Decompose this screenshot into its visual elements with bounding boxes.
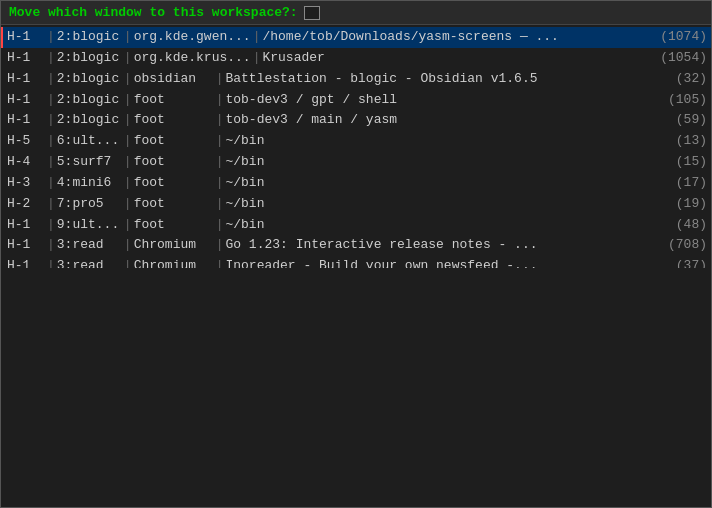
col-class: Chromium	[134, 236, 214, 255]
col-class: foot	[134, 174, 214, 193]
col-class: foot	[134, 153, 214, 172]
window-row[interactable]: H-4 | 5:surf7 | foot | ~/bin(15)	[1, 152, 711, 173]
col-id: (19)	[657, 195, 707, 214]
col-title: ~/bin	[225, 132, 657, 151]
col-workspace: H-4	[7, 153, 45, 172]
col-workspace: H-1	[7, 49, 45, 68]
col-id: (37)	[657, 257, 707, 268]
col-id: (1074)	[657, 28, 707, 47]
col-id: (105)	[657, 91, 707, 110]
col-title: Inoreader - Build your own newsfeed -...	[225, 257, 657, 268]
window-row[interactable]: H-1 | 2:blogic | foot | tob-dev3 / main …	[1, 110, 711, 131]
col-class: org.kde.gwen...	[134, 28, 251, 47]
window-row[interactable]: H-1 | 3:read | Chromium | Inoreader - Bu…	[1, 256, 711, 268]
window-row[interactable]: H-1 | 3:read | Chromium | Go 1.23: Inter…	[1, 235, 711, 256]
col-id: (13)	[657, 132, 707, 151]
col-class: foot	[134, 111, 214, 130]
title-input-box[interactable]	[304, 6, 320, 20]
col-tag: 2:blogic	[57, 70, 122, 89]
col-id: (15)	[657, 153, 707, 172]
col-tag: 2:blogic	[57, 111, 122, 130]
col-workspace: H-1	[7, 28, 45, 47]
window-row[interactable]: H-2 | 7:pro5 | foot | ~/bin(19)	[1, 194, 711, 215]
col-tag: 2:blogic	[57, 49, 122, 68]
col-id: (17)	[657, 174, 707, 193]
title-label: Move which window to this workspace?:	[9, 5, 298, 20]
col-tag: 9:ult...	[57, 216, 122, 235]
window-row[interactable]: H-1 | 2:blogic | obsidian | Battlestatio…	[1, 69, 711, 90]
window-row[interactable]: H-1 | 2:blogic | org.kde.krus... | Krusa…	[1, 48, 711, 69]
col-tag: 2:blogic	[57, 28, 122, 47]
col-id: (48)	[657, 216, 707, 235]
col-title: ~/bin	[225, 153, 657, 172]
col-class: foot	[134, 91, 214, 110]
col-class: org.kde.krus...	[134, 49, 251, 68]
col-title: tob-dev3 / main / yasm	[225, 111, 657, 130]
col-class: obsidian	[134, 70, 214, 89]
col-tag: 2:blogic	[57, 91, 122, 110]
col-workspace: H-1	[7, 236, 45, 255]
window-row[interactable]: H-1 | 2:blogic | foot | tob-dev3 / gpt /…	[1, 90, 711, 111]
col-id: (59)	[657, 111, 707, 130]
col-class: foot	[134, 132, 214, 151]
col-id: (708)	[657, 236, 707, 255]
col-workspace: H-1	[7, 216, 45, 235]
col-title: tob-dev3 / gpt / shell	[225, 91, 657, 110]
col-tag: 3:read	[57, 236, 122, 255]
col-workspace: H-1	[7, 70, 45, 89]
col-workspace: H-3	[7, 174, 45, 193]
window-list: H-1 | 2:blogic | org.kde.gwen... | /home…	[1, 25, 711, 268]
window-switcher: Move which window to this workspace?: H-…	[0, 0, 712, 508]
col-id: (1054)	[657, 49, 707, 68]
col-workspace: H-1	[7, 257, 45, 268]
window-row[interactable]: H-3 | 4:mini6 | foot | ~/bin(17)	[1, 173, 711, 194]
col-title: /home/tob/Downloads/yasm-screens — ...	[262, 28, 657, 47]
col-title: ~/bin	[225, 216, 657, 235]
col-title: ~/bin	[225, 174, 657, 193]
empty-area	[1, 268, 711, 507]
window-row[interactable]: H-1 | 2:blogic | org.kde.gwen... | /home…	[1, 27, 711, 48]
col-tag: 7:pro5	[57, 195, 122, 214]
col-class: foot	[134, 216, 214, 235]
col-title: Krusader	[262, 49, 657, 68]
col-title: Battlestation - blogic - Obsidian v1.6.5	[225, 70, 657, 89]
window-row[interactable]: H-5 | 6:ult... | foot | ~/bin(13)	[1, 131, 711, 152]
col-class: foot	[134, 195, 214, 214]
col-title: Go 1.23: Interactive release notes - ...	[225, 236, 657, 255]
title-bar: Move which window to this workspace?:	[1, 1, 711, 25]
col-id: (32)	[657, 70, 707, 89]
window-row[interactable]: H-1 | 9:ult... | foot | ~/bin(48)	[1, 215, 711, 236]
col-class: Chromium	[134, 257, 214, 268]
col-workspace: H-5	[7, 132, 45, 151]
col-tag: 4:mini6	[57, 174, 122, 193]
col-workspace: H-2	[7, 195, 45, 214]
col-tag: 6:ult...	[57, 132, 122, 151]
col-title: ~/bin	[225, 195, 657, 214]
col-tag: 3:read	[57, 257, 122, 268]
col-tag: 5:surf7	[57, 153, 122, 172]
col-workspace: H-1	[7, 111, 45, 130]
col-workspace: H-1	[7, 91, 45, 110]
